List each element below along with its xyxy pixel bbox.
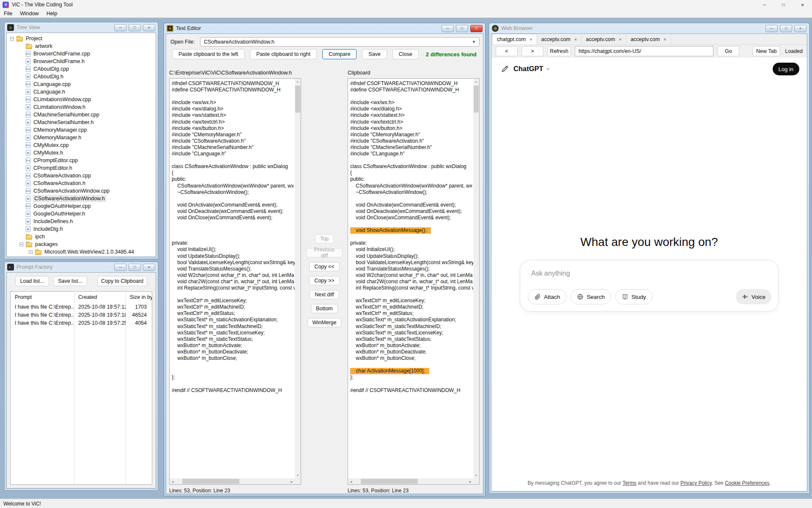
tree-item[interactable]: −packages [7, 240, 156, 248]
prompt-factory-titlebar[interactable]: >_ Prompt Factory ─ □ × [5, 262, 158, 272]
table-row[interactable]: I have this file C:\Entrep...2025-10-08 … [11, 311, 152, 319]
tree-item[interactable]: ipch [7, 233, 156, 240]
tree-item[interactable]: CMemoryManager.cpp [7, 126, 156, 134]
table-row[interactable]: I have this file C:\Entrep...2025-10-08 … [11, 319, 152, 327]
tree-item[interactable]: CAboutDlg.cpp [7, 65, 156, 73]
search-button[interactable]: Search [571, 289, 611, 304]
left-code-pane[interactable]: #ifndef CSOFTWAREACTIVATIONWINDOW_H#defi… [169, 78, 301, 485]
tab-close-icon[interactable]: × [529, 37, 532, 42]
expander-icon[interactable]: − [10, 37, 14, 41]
copy-button[interactable]: Copy >> [309, 276, 339, 285]
menu-window[interactable]: Window [16, 10, 42, 17]
tree-item[interactable]: CLimitationsWindow.cpp [7, 96, 156, 103]
paste-clipboard-right-button[interactable]: Paste clipboard to right [250, 49, 317, 59]
prompt-factory-maximize-button[interactable]: □ [129, 264, 141, 271]
text-editor-maximize-button[interactable]: □ [456, 25, 468, 32]
chatgpt-composer[interactable]: Attach Search Study Voice [520, 260, 779, 312]
tree-item[interactable]: BrowserChildFrame.h [7, 58, 156, 65]
tree-item[interactable]: CSoftwareActivation.cpp [7, 172, 156, 179]
url-input[interactable] [575, 46, 713, 56]
copy-to-clipboard-button[interactable]: Copy to Clipboard [97, 276, 147, 286]
voice-button[interactable]: Voice [736, 289, 771, 304]
new-tab-button[interactable]: New Tab [752, 46, 780, 56]
prompt-factory-close-button[interactable]: × [143, 264, 155, 271]
tab-close-icon[interactable]: × [619, 37, 621, 42]
app-maximize-button[interactable]: □ [774, 0, 793, 9]
table-row[interactable]: I have this file C:\Entrep...2025-10-08 … [11, 303, 152, 311]
tree-item[interactable]: CMemoryManager.h [7, 134, 156, 141]
tree-item[interactable]: CMyMutex.cpp [7, 141, 156, 149]
chevron-down-icon[interactable]: ▼ [472, 40, 476, 44]
browser-tab[interactable]: acceptv.com× [537, 34, 582, 44]
privacy-policy-link[interactable]: Privacy Policy [680, 480, 712, 486]
right-horizontal-scrollbar[interactable]: ◀ ▶ [348, 478, 473, 484]
tree-view-close-button[interactable]: × [143, 24, 155, 31]
tree-item[interactable]: CLanguage.h [7, 88, 156, 96]
app-close-button[interactable]: × [793, 0, 812, 9]
scrollbar-thumb[interactable] [361, 479, 418, 484]
left-horizontal-scrollbar[interactable]: ◀ ▶ [170, 478, 295, 484]
tab-close-icon[interactable]: × [664, 37, 666, 42]
tab-close-icon[interactable]: × [574, 37, 577, 42]
tree-item[interactable]: IncludeDlg.h [7, 225, 156, 233]
paste-clipboard-left-button[interactable]: Paste clipboard to the left [172, 49, 244, 59]
save-button[interactable]: Save [362, 49, 387, 59]
right-vertical-scrollbar[interactable]: ▲ ▼ [473, 79, 479, 478]
tree-item[interactable]: CPromptEditor.h [7, 164, 156, 172]
go-button[interactable]: Go [717, 46, 739, 56]
browser-tab[interactable]: chatgpt.com× [492, 34, 537, 44]
tree-item[interactable]: GoogleOAuthHelper.cpp [7, 202, 156, 210]
browser-tab[interactable]: acceptv.com× [582, 34, 626, 44]
tree-item[interactable]: CSoftwareActivationWindow.cpp [7, 187, 156, 195]
prompt-factory-minimize-button[interactable]: ─ [114, 264, 126, 271]
tree-view-titlebar[interactable]: ≡ Tree View ─ □ × [5, 22, 158, 33]
scroll-right-icon[interactable]: ▶ [467, 478, 473, 484]
scrollbar-thumb[interactable] [182, 479, 239, 484]
attach-button[interactable]: Attach [528, 289, 566, 304]
save-list-button[interactable]: Save list... [53, 276, 87, 286]
winmerge-button[interactable]: WinMerge [307, 318, 342, 327]
tree-item[interactable]: CMyMutex.h [7, 149, 156, 157]
web-browser-close-button[interactable]: × [794, 25, 807, 32]
column-header[interactable]: Prompt [11, 294, 74, 300]
forward-button[interactable]: > [521, 46, 543, 56]
menu-file[interactable]: File [0, 10, 16, 17]
tree-item[interactable]: BrowserChildFrame.cpp [7, 50, 156, 58]
tree-item[interactable]: CSoftwareActivation.h [7, 179, 156, 187]
left-vertical-scrollbar[interactable]: ▲ ▼ [295, 79, 301, 478]
tree-item[interactable]: CPromptEditor.cpp [7, 157, 156, 164]
chatgpt-brand[interactable]: ChatGPT [513, 65, 551, 73]
scroll-up-icon[interactable]: ▲ [295, 79, 301, 85]
app-minimize-button[interactable]: ─ [755, 0, 774, 9]
ask-anything-input[interactable] [531, 270, 700, 277]
tree-item[interactable]: CMachineSerialNumber.h [7, 119, 156, 126]
right-code-pane[interactable]: #ifndef CSOFTWAREACTIVATIONWINDOW_H#defi… [348, 78, 480, 485]
scroll-up-icon[interactable]: ▲ [473, 79, 479, 85]
scrollbar-thumb[interactable] [295, 86, 300, 113]
copy-button[interactable]: Copy << [309, 262, 339, 271]
login-button[interactable]: Log in [773, 63, 799, 75]
tree-item[interactable]: −Project [7, 35, 156, 42]
tree-item[interactable]: artwork [7, 42, 156, 50]
scroll-right-icon[interactable]: ▶ [289, 478, 295, 484]
tree-item[interactable]: CSoftwareActivationWindow.h [7, 195, 156, 202]
tree-item[interactable]: CAboutDlg.h [7, 73, 156, 80]
bottom-button[interactable]: Bottom [311, 304, 338, 313]
load-list-button[interactable]: Load list... [15, 276, 49, 286]
web-browser-maximize-button[interactable]: □ [780, 25, 792, 32]
text-editor-minimize-button[interactable]: ─ [442, 25, 454, 32]
menu-help[interactable]: Help [43, 10, 61, 17]
next-diff-button[interactable]: Next diff [310, 290, 339, 299]
scrollbar-thumb[interactable] [474, 86, 479, 113]
scroll-down-icon[interactable]: ▼ [295, 472, 301, 478]
text-editor-close-button[interactable]: × [470, 25, 483, 32]
browser-tab[interactable]: acceptv.com× [626, 34, 671, 44]
tree-item[interactable]: CLimitationsWindow.h [7, 103, 156, 111]
scroll-left-icon[interactable]: ◀ [348, 478, 354, 484]
column-header[interactable]: Size in bytes [126, 294, 152, 300]
scroll-left-icon[interactable]: ◀ [170, 478, 176, 484]
text-editor-titlebar[interactable]: A Text Editor ─ □ × [164, 23, 485, 33]
scroll-down-icon[interactable]: ▼ [473, 472, 479, 478]
tree-item[interactable]: IncludeDefines.h [7, 218, 156, 225]
tree-view-maximize-button[interactable]: □ [129, 24, 141, 31]
